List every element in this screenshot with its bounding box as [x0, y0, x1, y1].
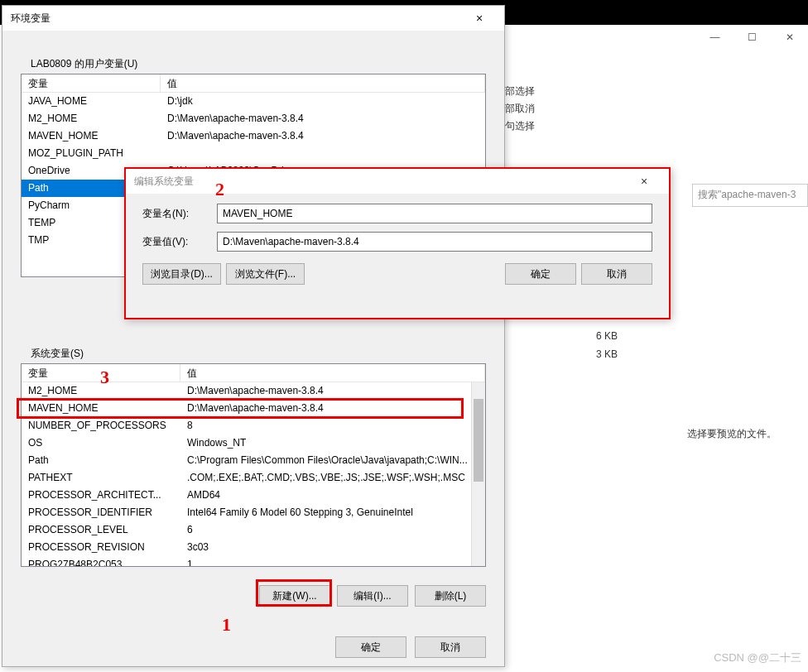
var-value: D:\Maven\apache-maven-3.8.4 [161, 127, 485, 145]
browse-directory-button[interactable]: 浏览目录(D)... [142, 263, 221, 285]
var-name: PROCESSOR_IDENTIFIER [22, 504, 180, 521]
cancel-button[interactable]: 取消 [581, 263, 652, 285]
var-value: D:\Maven\apache-maven-3.8.4 [180, 382, 485, 400]
var-value: Windows_NT [180, 434, 485, 452]
table-row[interactable]: PROCESSOR_ARCHITECT...AMD64 [22, 487, 485, 504]
table-header[interactable]: 变量 值 [22, 74, 485, 93]
cancel-button[interactable]: 取消 [415, 636, 486, 658]
var-name: PROCESSOR_ARCHITECT... [22, 487, 180, 504]
system-variables-label: 系统变量(S) [27, 347, 87, 361]
var-name: Path [22, 452, 180, 469]
maximize-button[interactable]: ☐ [733, 26, 771, 49]
var-name: PROG27B48B2C053 [22, 556, 180, 567]
user-variables-label: LAB0809 的用户变量(U) [27, 57, 141, 71]
close-icon[interactable]: × [463, 12, 496, 25]
table-row[interactable]: PROCESSOR_REVISION3c03 [22, 539, 485, 556]
preview-placeholder: 选择要预览的文件。 [687, 427, 777, 441]
edit-body: 变量名(N): 变量值(V): 浏览目录(D)... 浏览文件(F)... 确定… [126, 194, 669, 295]
table-row[interactable]: PROCESSOR_IDENTIFIERIntel64 Family 6 Mod… [22, 504, 485, 521]
var-name: M2_HOME [22, 110, 161, 127]
table-row[interactable]: MOZ_PLUGIN_PATH [22, 145, 485, 162]
variable-value-row: 变量值(V): [142, 232, 652, 252]
var-value: 3c03 [180, 539, 485, 556]
edit-buttons-row: 浏览目录(D)... 浏览文件(F)... 确定 取消 [142, 263, 652, 285]
dialog-title: 环境变量 [11, 12, 463, 26]
environment-variables-dialog: 环境变量 × LAB0809 的用户变量(U) 变量 值 JAVA_HOMED:… [2, 5, 505, 667]
table-row[interactable]: MAVEN_HOMED:\Maven\apache-maven-3.8.4 [22, 400, 485, 417]
system-variables-table[interactable]: 变量 值 M2_HOMED:\Maven\apache-maven-3.8.4M… [21, 363, 486, 567]
watermark: CSDN @@二十三 [714, 650, 801, 665]
table-row[interactable]: PROCESSOR_LEVEL6 [22, 521, 485, 539]
var-name: PATHEXT [22, 469, 180, 487]
browse-file-button[interactable]: 浏览文件(F)... [226, 263, 305, 285]
var-name: NUMBER_OF_PROCESSORS [22, 417, 180, 434]
file-size: 3 KB [596, 345, 618, 363]
side-item: 句选择 [505, 118, 535, 135]
table-row[interactable]: JAVA_HOMED:\jdk [22, 93, 485, 110]
var-value: AMD64 [180, 487, 485, 504]
var-name: M2_HOME [22, 382, 180, 400]
col-variable[interactable]: 变量 [22, 364, 180, 382]
var-value [161, 145, 485, 162]
table-row[interactable]: M2_HOMED:\Maven\apache-maven-3.8.4 [22, 110, 485, 127]
var-value: 1 [180, 556, 485, 567]
var-value: 8 [180, 417, 485, 434]
edit-system-variable-dialog: 编辑系统变量 × 变量名(N): 变量值(V): 浏览目录(D)... 浏览文件… [124, 167, 671, 319]
edit-dialog-titlebar[interactable]: 编辑系统变量 × [126, 169, 669, 194]
new-button[interactable]: 新建(W)... [259, 585, 330, 607]
variable-name-input[interactable] [217, 204, 652, 223]
side-item: 部取消 [505, 100, 535, 118]
var-name: PROCESSOR_REVISION [22, 539, 180, 556]
side-item: 部选择 [505, 83, 535, 100]
var-value: D:\Maven\apache-maven-3.8.4 [161, 110, 485, 127]
table-row[interactable]: MAVEN_HOMED:\Maven\apache-maven-3.8.4 [22, 127, 485, 145]
variable-name-row: 变量名(N): [142, 204, 652, 223]
var-name: MAVEN_HOME [22, 127, 161, 145]
var-value: C:\Program Files\Common Files\Oracle\Jav… [180, 452, 485, 469]
col-value[interactable]: 值 [161, 74, 485, 92]
explorer-side-snippets: 部选择 部取消 句选择 [505, 83, 535, 135]
close-icon[interactable]: × [628, 175, 661, 188]
dialog-buttons: 确定 取消 [335, 636, 486, 658]
var-name: PROCESSOR_LEVEL [22, 521, 180, 539]
dialog-titlebar[interactable]: 环境变量 × [2, 6, 504, 31]
explorer-titlebar: — ☐ ✕ [510, 25, 808, 50]
close-button[interactable]: ✕ [771, 26, 808, 49]
var-value: .COM;.EXE;.BAT;.CMD;.VBS;.VBE;.JS;.JSE;.… [180, 469, 485, 487]
scrollbar[interactable] [471, 382, 485, 566]
file-size: 6 KB [596, 327, 618, 345]
var-name: JAVA_HOME [22, 93, 161, 110]
var-name: MOZ_PLUGIN_PATH [22, 145, 161, 162]
table-row[interactable]: OSWindows_NT [22, 434, 485, 452]
table-header[interactable]: 变量 值 [22, 364, 485, 382]
variable-value-input[interactable] [217, 232, 652, 252]
table-row[interactable]: PathC:\Program Files\Common Files\Oracle… [22, 452, 485, 469]
table-row[interactable]: M2_HOMED:\Maven\apache-maven-3.8.4 [22, 382, 485, 400]
search-input[interactable]: 搜索"apache-maven-3 [692, 184, 808, 207]
delete-button[interactable]: 删除(L) [415, 585, 486, 607]
var-value: 6 [180, 521, 485, 539]
minimize-button[interactable]: — [696, 26, 733, 49]
ok-button[interactable]: 确定 [505, 263, 576, 285]
var-value: D:\jdk [161, 93, 485, 110]
col-value[interactable]: 值 [180, 364, 485, 382]
edit-button[interactable]: 编辑(I)... [337, 585, 408, 607]
col-variable[interactable]: 变量 [22, 74, 161, 92]
system-buttons-row: 新建(W)... 编辑(I)... 删除(L) [259, 585, 486, 607]
table-row[interactable]: PROG27B48B2C0531 [22, 556, 485, 567]
var-name: MAVEN_HOME [22, 400, 180, 417]
table-row[interactable]: PATHEXT.COM;.EXE;.BAT;.CMD;.VBS;.VBE;.JS… [22, 469, 485, 487]
edit-dialog-title: 编辑系统变量 [134, 175, 628, 189]
variable-value-label: 变量值(V): [142, 235, 217, 249]
ok-button[interactable]: 确定 [335, 636, 406, 658]
scroll-thumb[interactable] [474, 399, 483, 482]
var-name: OS [22, 434, 180, 452]
var-value: D:\Maven\apache-maven-3.8.4 [180, 400, 485, 417]
table-row[interactable]: NUMBER_OF_PROCESSORS8 [22, 417, 485, 434]
var-value: Intel64 Family 6 Model 60 Stepping 3, Ge… [180, 504, 485, 521]
file-size-column: 6 KB 3 KB [596, 327, 618, 363]
system-variables-group: 系统变量(S) 变量 值 M2_HOMED:\Maven\apache-mave… [21, 353, 494, 623]
variable-name-label: 变量名(N): [142, 207, 217, 221]
